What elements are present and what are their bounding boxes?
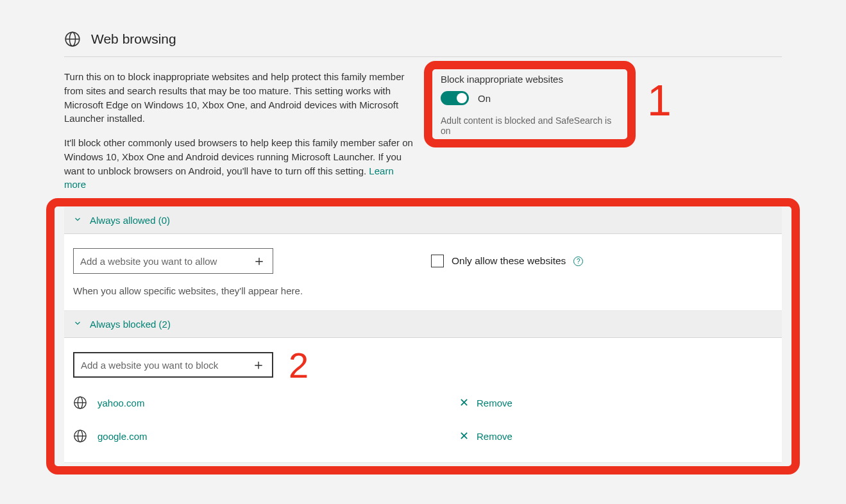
only-allow-label: Only allow these websites xyxy=(452,255,566,267)
blocked-site-row: yahoo.com ✕ Remove xyxy=(73,391,773,415)
blocked-site-row: google.com ✕ Remove xyxy=(73,424,773,448)
only-allow-checkbox[interactable] xyxy=(431,255,444,267)
plus-icon: ＋ xyxy=(251,355,266,374)
callout-number-1: 1 xyxy=(647,75,672,125)
block-websites-toggle[interactable] xyxy=(441,91,469,105)
globe-icon xyxy=(73,396,89,410)
globe-icon xyxy=(64,31,81,47)
remove-site-button[interactable]: Remove xyxy=(477,398,512,408)
always-blocked-body: Add a website you want to block ＋ yahoo.… xyxy=(64,338,782,463)
chevron-down-icon xyxy=(73,319,82,330)
web-browsing-header: Web browsing xyxy=(64,0,782,57)
always-allowed-label: Always allowed (0) xyxy=(90,215,170,226)
intro-paragraph-2: It'll block other commonly used browsers… xyxy=(64,136,414,192)
intro-text: Turn this on to block inappropriate webs… xyxy=(64,70,414,202)
globe-icon xyxy=(73,429,89,443)
section-title: Web browsing xyxy=(91,31,176,47)
add-allowed-placeholder: Add a website you want to allow xyxy=(80,256,217,267)
add-blocked-website-input[interactable]: Add a website you want to block ＋ xyxy=(73,352,273,378)
chevron-down-icon xyxy=(73,215,82,226)
add-blocked-placeholder: Add a website you want to block xyxy=(81,360,218,371)
plus-icon: ＋ xyxy=(252,251,266,271)
blocked-site-link[interactable]: google.com xyxy=(97,431,148,442)
always-allowed-header[interactable]: Always allowed (0) xyxy=(64,207,782,234)
allowed-hint: When you allow specific websites, they'l… xyxy=(73,285,773,296)
callout-number-2: 2 xyxy=(289,344,309,386)
close-icon: ✕ xyxy=(459,429,469,443)
intro-paragraph-1: Turn this on to block inappropriate webs… xyxy=(64,70,414,126)
help-icon[interactable]: ? xyxy=(573,256,583,266)
always-allowed-body: Add a website you want to allow ＋ Only a… xyxy=(64,234,782,311)
remove-site-button[interactable]: Remove xyxy=(477,431,512,442)
add-allowed-website-input[interactable]: Add a website you want to allow ＋ xyxy=(73,248,273,274)
always-blocked-label: Always blocked (2) xyxy=(90,319,171,330)
close-icon: ✕ xyxy=(459,396,469,410)
blocked-site-link[interactable]: yahoo.com xyxy=(97,398,144,408)
always-blocked-header[interactable]: Always blocked (2) xyxy=(64,311,782,338)
